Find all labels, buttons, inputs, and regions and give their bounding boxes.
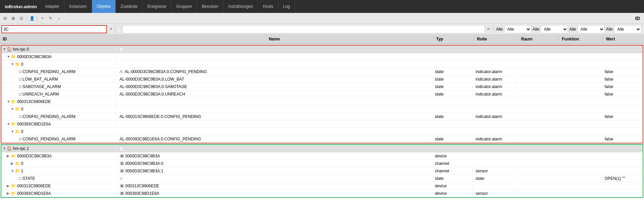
section-header-hm-rpc-0[interactable]: ▼ 🏠 hm-rpc.0 📄 [1,46,643,53]
toggle-hm-rpc-1[interactable]: ▼ [3,147,7,150]
id-text: STATE [22,176,35,181]
cell-rolle: sensor [473,169,517,173]
collapse-all-button[interactable]: ⊟ [1,15,9,22]
cell-id: ▼ 📁 000393C98D1E6A [1,122,117,126]
section-id-hm-rpc-0: ▼ 🏠 hm-rpc.0 [1,47,117,52]
toggle-icon[interactable]: ▼ [11,130,15,133]
row-000313C9906EDE-0[interactable]: ▼ 📁 0 [1,105,643,113]
id-text: 1 [21,169,23,173]
folder-icon: 🏠 [7,146,12,151]
header-funktion: Funktion [559,37,603,41]
toggle-icon[interactable]: ▼ [7,55,11,58]
no-toggle [15,70,19,73]
tab-aufzaehlungen[interactable]: Aufzählungen [223,0,258,13]
name-prefix-icon: AL [119,70,124,73]
row-000393C98D1E6A-0[interactable]: ▼ 📁 000393C98D1E6A [1,120,643,128]
cell-wert: false [602,137,643,141]
cell-name: AL-0000D3C98C9B3A:0.SABOTAGE [117,84,432,89]
cell-wert: false [602,84,643,89]
cell-wert: false [602,69,643,74]
filter-id-clear-button[interactable]: ✕ [108,26,114,32]
toggle-icon[interactable]: ▶ [7,184,11,188]
row-green-000393C98D1E6A[interactable]: ▶ 📁 000393C98D1E6A ⊞ 000393C98D1E6A devi… [1,190,643,197]
no-toggle [15,115,19,118]
toggle-hm-rpc-0[interactable]: ▼ [3,47,7,51]
filter-funktion-select[interactable]: Alle [614,25,641,33]
tab-hosts[interactable]: Hosts [258,0,278,13]
cell-name: AL-000393C98D1E6A:0.CONFIG_PENDING [117,137,432,141]
data-area[interactable]: ▼ 🏠 hm-rpc.0 📄 ▼ 📁 0000D3C98C9B3A [0,44,644,204]
cell-id: ▼ 📁 0 [1,129,117,134]
tab-instanzen[interactable]: Instanzen [65,0,92,13]
row-sabotage-alarm[interactable]: □ SABOTAGE_ALARM AL-0000D3C98C9B3A:0.SAB… [1,83,643,90]
tab-adapter[interactable]: Adapter [40,0,65,13]
row-green-000313C9906EDE[interactable]: ▶ 📁 000313C9906EDE ⊞ 000313C9906EDE devi… [1,182,643,190]
toggle-icon[interactable]: ▶ [11,162,15,165]
cell-typ: state [432,176,473,181]
row-green-0000D3C98C9B3A-1[interactable]: ▼ 📁 1 ⊟ 0000D3C98C9B3A:1 channel sensor [1,167,643,175]
top-navigation: ioBroker.admin Adapter Instanzen Objekte… [0,0,644,13]
filter-id-section: ✕ [0,24,115,34]
tab-log[interactable]: Log [278,0,295,13]
row-unreach-alarm[interactable]: □ UNREACH_ALARM AL-0000D3C98C9B3A:0.UNRE… [1,90,643,98]
main-content: ⊟ ⊞ ⊡ 👤 ＋ ✎ ↓ ID ✕ 📄 ✕ Alle Alle Alle A [0,13,644,204]
filter-id-input[interactable] [1,25,107,33]
filter-typ-select[interactable]: Alle [504,25,531,33]
section-header-hm-rpc-1[interactable]: ▼ 🏠 hm-rpc.1 📄 [1,145,643,152]
add-button[interactable]: ＋ [39,15,46,22]
cell-typ: state [432,84,473,89]
row-green-state[interactable]: □ STATE ◎ state state OPEN(1) "" [1,175,643,182]
toggle-icon[interactable]: ▼ [7,100,11,103]
folder-icon: 📁 [11,191,16,196]
filter-name-clear-button[interactable]: ✕ [485,26,492,32]
filter-raum-select[interactable]: Alle [577,25,605,33]
user-button[interactable]: 👤 [28,15,36,22]
cell-wert: false [602,92,643,97]
row-config-pending-alarm-1[interactable]: □ CONFIG_PENDING_ALARM AL AL-0000D3C98C9… [1,68,643,75]
id-text: 000313C9906EDE [17,184,51,188]
cell-typ: state [432,137,473,141]
section-hm-rpc-1: ▼ 🏠 hm-rpc.1 📄 ▶ 📁 0000D3C98C9B3A [1,144,643,198]
toggle-icon[interactable]: ▼ [11,169,15,173]
cell-rolle: sensor [473,191,517,196]
edit-button[interactable]: ✎ [47,15,54,22]
toggle-icon[interactable]: ▶ [7,154,11,158]
cell-id: ▶ 📁 000313C9906EDE [1,184,117,188]
tab-objekte[interactable]: Objekte [92,0,116,13]
tab-gruppen[interactable]: Gruppen [171,0,197,13]
id-text: 0 [21,129,23,134]
toggle-icon[interactable]: ▼ [7,122,11,126]
header-typ: Typ [434,37,474,41]
filter-rolle-select[interactable]: Alle [541,25,568,33]
row-config-pending-alarm-2[interactable]: □ CONFIG_PENDING_ALARM AL-000313C9906EDE… [1,113,643,120]
view-button[interactable]: ⊡ [18,15,25,22]
toggle-icon[interactable]: ▶ [7,191,11,195]
doc-icon: □ [19,77,21,82]
cell-rolle: indicator.alarm [473,77,517,82]
id-text: 0 [21,107,23,112]
row-low-bat-alarm[interactable]: □ LOW_BAT_ALARM AL-0000D3C98C9B3A:0.LOW_… [1,75,643,83]
toggle-icon[interactable]: ▼ [11,107,15,111]
tab-zustaende[interactable]: Zustände [116,0,143,13]
tab-ereignisse[interactable]: Ereignisse [143,0,171,13]
expand-all-button[interactable]: ⊞ [10,15,17,22]
cell-id: □ SABOTAGE_ALARM [1,84,117,89]
row-0000D3C98C9B3A-0[interactable]: ▼ 📁 0 [1,61,643,68]
row-green-0000D3C98C9B3A[interactable]: ▶ 📁 0000D3C98C9B3A ⊞ 0000D3C98C9B3A devi… [1,152,643,160]
row-000313C9906EDE[interactable]: ▼ 📁 000313C9906EDE [1,98,643,105]
cell-id: □ LOW_BAT_ALARM [1,77,117,82]
cell-typ: state [432,69,473,74]
tab-benutzer[interactable]: Benutzer [197,0,223,13]
row-0000D3C98C9B3A[interactable]: ▼ 📁 0000D3C98C9B3A [1,53,643,61]
download-button[interactable]: ↓ [55,15,62,22]
row-green-0000D3C98C9B3A-0[interactable]: ▶ 📁 0 ⊟ 0000D3C98C9B3A:0 channel [1,160,643,167]
doc-icon: □ [19,176,21,181]
filter-name-input[interactable] [122,25,485,33]
row-config-pending-alarm-3[interactable]: □ CONFIG_PENDING_ALARM AL-000393C98D1E6A… [1,135,643,143]
toggle-icon[interactable]: ▼ [11,62,15,66]
row-000393C98D1E6A-0-0[interactable]: ▼ 📁 0 [1,128,643,135]
filter-dropdowns: Alle Alle Alle Alle Alle Alle Alle Alle [493,25,644,33]
name-filter-icon: 📄 [117,27,121,31]
column-id-header-toolbar: ID [632,16,643,21]
header-name: Name [115,37,434,41]
